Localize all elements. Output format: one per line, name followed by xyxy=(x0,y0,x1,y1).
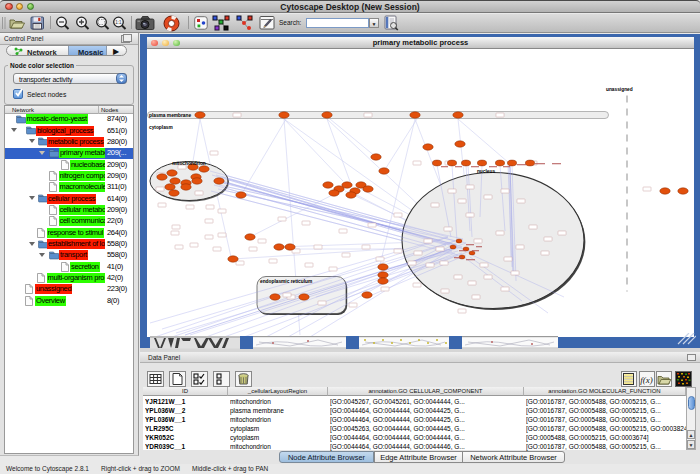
svg-text:nucleus: nucleus xyxy=(477,169,495,174)
svg-text:plasma membrane: plasma membrane xyxy=(149,113,191,118)
svg-text:endoplasmic reticulum: endoplasmic reticulum xyxy=(260,279,312,284)
svg-text:f(x): f(x) xyxy=(640,375,653,385)
svg-text:mitochondrion: mitochondrion xyxy=(172,161,206,166)
svg-text:cytoplasm: cytoplasm xyxy=(149,125,173,130)
svg-text:unassigned: unassigned xyxy=(606,87,633,92)
svg-text:1:1: 1:1 xyxy=(115,20,122,25)
